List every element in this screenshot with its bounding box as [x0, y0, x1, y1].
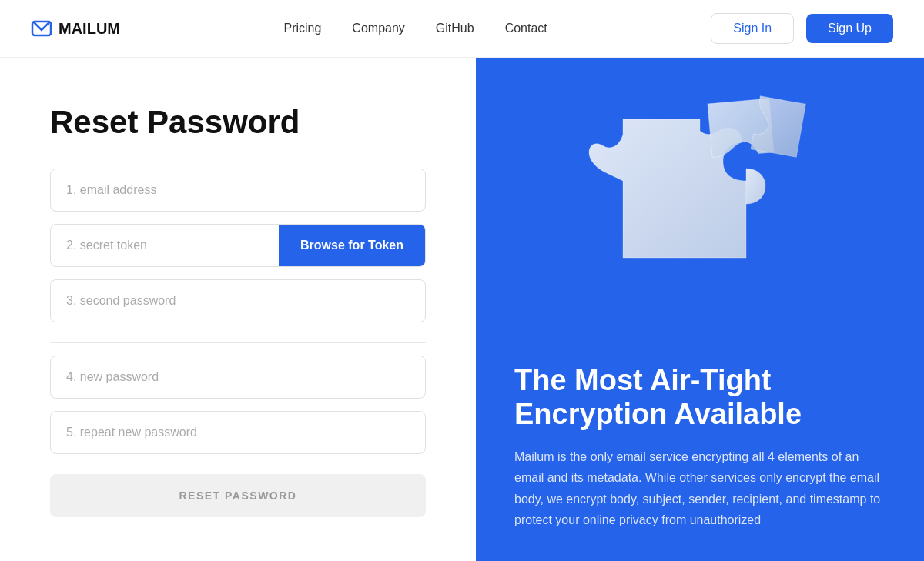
right-body: Mailum is the only email service encrypt… [514, 446, 886, 530]
new-password-input[interactable] [51, 356, 425, 398]
logo-text: MAILUM [59, 20, 120, 38]
repeat-password-field-row [50, 411, 426, 454]
logo: MAILUM [31, 18, 120, 39]
header: MAILUM Pricing Company GitHub Contact Si… [0, 0, 924, 58]
nav-company[interactable]: Company [352, 22, 404, 35]
header-actions: Sign In Sign Up [711, 13, 893, 44]
nav: Pricing Company GitHub Contact [283, 22, 547, 35]
form-divider [50, 342, 426, 343]
token-input[interactable] [51, 225, 279, 266]
reset-password-form: Browse for Token RESET PASSWORD [50, 169, 426, 517]
nav-github[interactable]: GitHub [436, 22, 474, 35]
reset-password-button[interactable]: RESET PASSWORD [50, 474, 426, 517]
new-password-field-row [50, 356, 426, 399]
signin-button[interactable]: Sign In [711, 13, 794, 44]
email-input[interactable] [51, 169, 425, 211]
signup-button[interactable]: Sign Up [806, 14, 893, 43]
repeat-password-input[interactable] [51, 412, 425, 453]
page-title: Reset Password [50, 104, 426, 141]
token-field-row: Browse for Token [50, 224, 426, 267]
main: Reset Password Browse for Token [0, 58, 924, 561]
browse-token-button[interactable]: Browse for Token [279, 225, 425, 266]
email-field-row [50, 169, 426, 212]
logo-icon [31, 18, 52, 39]
right-heading: The Most Air-Tight Encryption Available [514, 364, 886, 431]
left-panel: Reset Password Browse for Token [0, 58, 476, 561]
nav-pricing[interactable]: Pricing [283, 22, 321, 35]
nav-contact[interactable]: Contact [505, 22, 547, 35]
right-panel: The Most Air-Tight Encryption Available … [476, 58, 924, 561]
right-text: The Most Air-Tight Encryption Available … [514, 364, 886, 530]
second-password-input[interactable] [51, 280, 425, 322]
puzzle-illustration [476, 58, 924, 335]
puzzle-svg [577, 88, 823, 304]
second-password-field-row [50, 279, 426, 322]
